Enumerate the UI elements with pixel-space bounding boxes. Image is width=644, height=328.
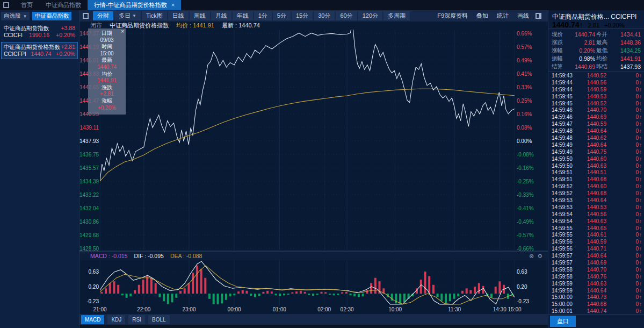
- tick-row[interactable]: 14:59:531440.640↑: [552, 197, 642, 204]
- tick-list[interactable]: 14:59:431440.520↑14:59:441440.560↑14:59:…: [552, 72, 642, 314]
- tick-time: 14:59:58: [552, 267, 580, 273]
- tick-row[interactable]: 14:59:581440.700↑: [552, 266, 642, 273]
- tick-row[interactable]: 14:59:591440.640↑: [552, 287, 642, 294]
- period-button-10[interactable]: 30分: [314, 11, 335, 20]
- period-label: Tick图: [146, 12, 163, 20]
- period-button-11[interactable]: 60分: [336, 11, 357, 20]
- tick-row[interactable]: 14:59:441440.560↑: [552, 79, 642, 86]
- indicator-tab-kdj[interactable]: KDJ: [107, 315, 125, 324]
- period-button-8[interactable]: 5分: [273, 11, 291, 20]
- up-arrow-icon: ↑: [639, 163, 642, 169]
- tick-row[interactable]: 14:59:531440.530↑: [552, 204, 642, 211]
- close-icon[interactable]: ×: [121, 28, 124, 34]
- tick-row[interactable]: 15:00:001440.680↑: [552, 301, 642, 308]
- tick-volume: 0: [635, 156, 639, 162]
- tick-row[interactable]: 14:59:571440.640↑: [552, 252, 642, 259]
- tick-row[interactable]: 14:59:521440.680↑: [552, 190, 642, 197]
- macd-histogram-bar: [440, 294, 443, 301]
- period-button-9[interactable]: 15分: [292, 11, 313, 20]
- tick-row[interactable]: 14:59:501440.600↑: [552, 155, 642, 162]
- period-button-5[interactable]: 月线: [211, 11, 231, 20]
- tick-row[interactable]: 14:59:491440.640↑: [552, 141, 642, 148]
- tick-row[interactable]: 14:59:541440.630↑: [552, 218, 642, 225]
- macd-histogram-bar: [225, 294, 227, 300]
- tick-row[interactable]: 14:59:591440.630↑: [552, 280, 642, 287]
- tick-row[interactable]: 14:59:441440.590↑: [552, 86, 642, 93]
- close-icon[interactable]: ×: [171, 2, 175, 8]
- up-arrow-icon: ↑: [639, 169, 642, 175]
- period-button-12[interactable]: 120分: [358, 11, 382, 20]
- tab-index-board[interactable]: 中证商品指数: [39, 0, 88, 10]
- tick-row[interactable]: 14:59:481440.640↑: [552, 127, 642, 134]
- divider: [548, 28, 644, 29]
- tick-row[interactable]: 14:59:451440.520↑: [552, 100, 642, 107]
- tick-row[interactable]: 14:59:561440.710↑: [552, 245, 642, 252]
- tick-row[interactable]: 14:59:431440.520↑: [552, 72, 642, 79]
- watchlist-group-button[interactable]: 自选股 ▼: [1, 12, 30, 20]
- period-button-2[interactable]: Tick图: [142, 11, 167, 20]
- period-button-3[interactable]: 日线: [168, 11, 189, 20]
- tick-row[interactable]: 14:59:511440.510↑: [552, 169, 642, 176]
- intraday-chart-svg[interactable]: [100, 30, 515, 250]
- macd-histogram-bar: [341, 292, 343, 294]
- toolbar-tool-3[interactable]: 画线: [514, 12, 532, 20]
- quote-label: 结算: [552, 63, 568, 70]
- macd-histogram-bar: [175, 294, 177, 298]
- toolbar-tool-2[interactable]: 统计: [494, 12, 512, 20]
- tick-row[interactable]: 14:59:551440.650↑: [552, 225, 642, 232]
- up-arrow-icon: ↑: [639, 294, 642, 300]
- watchlist-item[interactable]: 中证商品期货价格指数+2.81CCICFPI1440.74+0.20%: [1, 42, 78, 59]
- board-filter-button[interactable]: 中证商品指数: [32, 12, 71, 20]
- percent-axis-label: 0.49%: [517, 58, 532, 63]
- layout-icon[interactable]: [83, 13, 89, 19]
- tick-row[interactable]: 14:59:581440.760↑: [552, 273, 642, 280]
- tick-row[interactable]: 15:00:011440.740↑: [552, 308, 642, 314]
- macd-chart-svg[interactable]: [100, 260, 515, 305]
- period-button-6[interactable]: 年线: [233, 11, 253, 20]
- tab-quote-active[interactable]: 行情-中证商品期货价格指数 ×: [88, 0, 181, 10]
- watchlist-item[interactable]: 中证商品期货指数+3.88CCICFI1990.16+0.20%: [1, 23, 78, 40]
- period-button-13[interactable]: 多周期: [383, 11, 410, 20]
- toolbar-tool-1[interactable]: 叠加: [473, 12, 491, 20]
- intraday-plot[interactable]: 1447.371446.191445.011443.831442.651441.…: [79, 30, 548, 251]
- tooltip-value: +2.81: [88, 91, 126, 98]
- tick-row[interactable]: 15:00:001440.730↑: [552, 294, 642, 301]
- panel-toggle-icon[interactable]: [536, 13, 541, 19]
- tick-row[interactable]: 14:59:481440.620↑: [552, 134, 642, 141]
- macd-plot[interactable]: 0.630.630.200.20-0.23-0.23: [79, 260, 548, 305]
- window-icon[interactable]: [3, 2, 9, 8]
- period-button-1[interactable]: 多日▼: [114, 11, 141, 20]
- tick-price: 1440.71: [580, 246, 606, 252]
- toolbar-tool-0[interactable]: F9深度资料: [434, 12, 471, 20]
- tick-volume: 0: [635, 301, 639, 307]
- up-arrow-icon: ↑: [639, 87, 642, 92]
- macd-histogram-bar: [457, 294, 459, 296]
- indicator-tab-macd[interactable]: MACD: [81, 315, 104, 324]
- close-circle-icon[interactable]: ⊗: [529, 253, 534, 260]
- tick-row[interactable]: 14:59:571440.690↑: [552, 259, 642, 266]
- period-button-4[interactable]: 周线: [190, 11, 210, 20]
- period-button-7[interactable]: 1分: [254, 11, 272, 20]
- tick-row[interactable]: 14:59:501440.630↑: [552, 162, 642, 169]
- tick-row[interactable]: 14:59:471440.590↑: [552, 120, 642, 127]
- tick-row[interactable]: 14:59:461440.690↑: [552, 113, 642, 120]
- depth-button[interactable]: 盘口: [550, 316, 576, 327]
- percent-axis-label: 0.66%: [517, 31, 532, 37]
- tick-row[interactable]: 14:59:521440.600↑: [552, 183, 642, 190]
- tick-row[interactable]: 14:59:451440.530↑: [552, 93, 642, 100]
- x-axis-label: 22:00: [137, 306, 150, 312]
- data-window-tooltip[interactable]: × 日期09/03时间15:00最新1440.74均价1441.91涨跌+2.8…: [88, 28, 126, 115]
- tick-row[interactable]: 14:59:561440.590↑: [552, 238, 642, 245]
- tick-price: 1440.51: [580, 169, 606, 175]
- period-button-0[interactable]: 分时: [93, 11, 113, 20]
- indicator-tab-boll[interactable]: BOLL: [148, 315, 170, 324]
- tick-row[interactable]: 14:59:491440.750↑: [552, 148, 642, 155]
- tick-row[interactable]: 14:59:551440.610↑: [552, 231, 642, 238]
- tick-volume: 0: [635, 87, 639, 92]
- indicator-tab-rsi[interactable]: RSI: [128, 315, 145, 324]
- tick-row[interactable]: 14:59:461440.700↑: [552, 106, 642, 113]
- tick-row[interactable]: 14:59:541440.560↑: [552, 211, 642, 218]
- gear-icon[interactable]: ⚙: [537, 253, 542, 260]
- tab-home[interactable]: 首页: [15, 0, 39, 10]
- tick-row[interactable]: 14:59:511440.680↑: [552, 176, 642, 183]
